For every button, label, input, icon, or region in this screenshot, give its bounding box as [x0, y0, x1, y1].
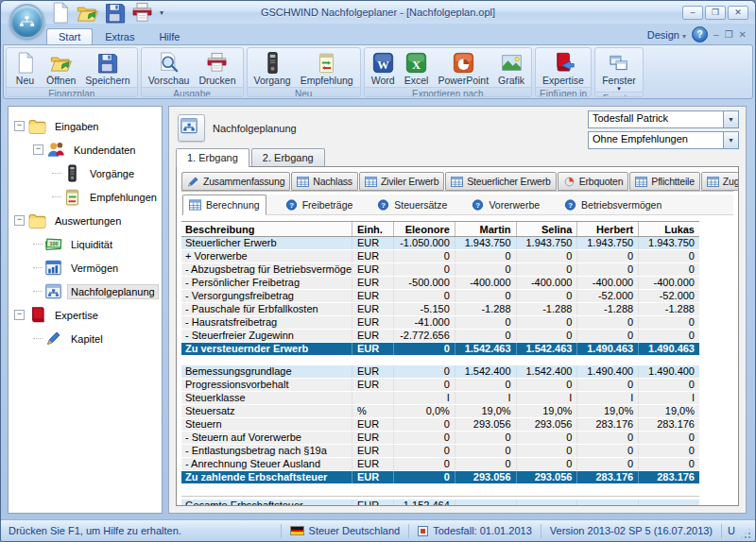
sidebar-item-eingaben[interactable]: −Eingaben: [10, 114, 160, 138]
new-document-icon[interactable]: [48, 1, 72, 25]
row-value: -500.000: [393, 277, 455, 289]
tree-expander-icon[interactable]: −: [33, 144, 43, 155]
subtab-berechnung[interactable]: Berechnung: [182, 195, 266, 215]
tree-expander-icon[interactable]: −: [14, 215, 25, 226]
vorschau-button[interactable]: Vorschau: [144, 49, 195, 86]
table-row-steuerlicher-erwerb[interactable]: Steuerlicher ErwerbEUR-1.050.0001.943.75…: [181, 237, 699, 250]
tab-extras[interactable]: Extras: [93, 28, 146, 44]
tab-start[interactable]: Start: [46, 28, 93, 44]
tab-nachlass[interactable]: Nachlass: [291, 172, 358, 191]
todesfall-combobox[interactable]: Todesfall Patrick ▼: [588, 110, 739, 128]
qat-customize-caret-icon[interactable]: ▾: [160, 8, 163, 17]
powerpoint-button[interactable]: PowerPoint: [433, 49, 493, 86]
sidebar-item-auswertungen[interactable]: −Auswertungen: [10, 209, 160, 232]
table-row-gesamte-erbschaftsteuer[interactable]: Gesamte ErbschaftsteuerEUR1.152.464: [181, 500, 699, 506]
sidebar-item-expertise[interactable]: −Expertise: [10, 303, 160, 327]
tab-pflichtteile[interactable]: Pflichtteile: [629, 172, 699, 191]
sidebar-item-vorg-nge[interactable]: Vorgänge: [10, 161, 160, 185]
table-row-steuern[interactable]: SteuernEUR0293.056293.056283.176283.176: [181, 418, 699, 432]
excel-button[interactable]: X Excel: [400, 49, 434, 86]
table-row-pauschale-f-r-erbfallkosten[interactable]: - Pauschale für ErbfallkostenEUR-5.150-1…: [181, 303, 699, 316]
sidebar-item-kundendaten[interactable]: −Kundendaten: [10, 138, 160, 161]
maximize-button[interactable]: ❐: [705, 6, 726, 20]
column-header-herbert[interactable]: Herbert: [576, 222, 638, 236]
row-value: I: [576, 392, 638, 404]
table-row-anrechnung-steuer-ausland[interactable]: - Anrechnung Steuer AuslandEUR00000: [181, 458, 699, 471]
row-unit: EUR: [352, 330, 393, 342]
tab-steuerlicher-erwerb[interactable]: Steuerlicher Erwerb: [445, 172, 556, 191]
table-row-zu-zahlende-erbschaftsteuer[interactable]: Zu zahlende ErbschaftsteuerEUR0293.05629…: [181, 471, 699, 484]
sidebar-item-liquidit-t[interactable]: 100Liquidität: [10, 232, 160, 256]
erbschaftsteuer-subtab-bar: Berechnung?Freibeträge?Steuersätze?Vorer…: [181, 195, 733, 215]
minimize-button[interactable]: –: [682, 6, 703, 20]
sidebar-item-empfehlungen[interactable]: Empfehlungen: [10, 185, 160, 209]
sidebar-item-kapitel[interactable]: Kapitel: [10, 327, 160, 350]
tab-1-erbgang[interactable]: 1. Erbgang: [176, 148, 249, 167]
fenster-button[interactable]: Fenster ▾: [597, 49, 641, 91]
table-row-entlastungsbetrag-nach-19a[interactable]: - Entlastungsbetrag nach §19aEUR00000: [181, 445, 699, 458]
save-icon[interactable]: [103, 1, 127, 25]
table-row-vorerwerbe[interactable]: + VorerwerbeEUR00000: [181, 250, 699, 263]
oeffnen-button[interactable]: Öffnen: [42, 49, 80, 86]
help-button[interactable]: ?: [692, 26, 708, 42]
print-icon[interactable]: [130, 1, 154, 25]
table-row-steuern-auf-vorerwerbe[interactable]: - Steuern auf VorerwerbeEUR00000: [181, 432, 699, 445]
tab-zugewinn[interactable]: Zugewinn: [701, 172, 739, 191]
tree-expander-icon[interactable]: −: [14, 310, 25, 320]
close-button[interactable]: ✕: [728, 6, 748, 20]
tree-expander-icon[interactable]: −: [14, 121, 25, 131]
column-header-martin[interactable]: Martin: [455, 222, 516, 236]
sidebar-item-verm-gen[interactable]: Vermögen: [10, 256, 160, 279]
column-header-eleonore[interactable]: Eleonore: [393, 222, 455, 236]
empfehlungen-combobox[interactable]: Ohne Empfehlungen ▼: [588, 131, 739, 149]
help-icon: ?: [377, 199, 389, 211]
subtab-betriebsverm-gen[interactable]: ?Betriebsvermögen: [558, 195, 667, 214]
drucken-button[interactable]: Drucken: [194, 49, 240, 86]
chevron-down-icon[interactable]: ▼: [723, 111, 738, 127]
expertise-button[interactable]: Expertise: [538, 49, 589, 86]
tab-label: Freibeträge: [302, 199, 353, 211]
chevron-down-icon[interactable]: ▼: [723, 132, 738, 148]
subtab-steuers-tze[interactable]: ?Steuersätze: [371, 195, 453, 214]
table-row-steuerfreier-zugewinn[interactable]: - Steuerfreier ZugewinnEUR-2.772.6560000: [181, 330, 699, 343]
tab-ziviler-erwerb[interactable]: Ziviler Erwerb: [359, 172, 444, 191]
table-row-abzugsbetrag-f-r-betriebsverm-gen[interactable]: - Abzugsbetrag für BetriebsvermögenEUR00…: [181, 263, 699, 277]
tab-2-erbgang[interactable]: 2. Erbgang: [251, 148, 325, 166]
grafik-button[interactable]: Grafik: [493, 49, 529, 86]
table-row-progressionsvorbehalt[interactable]: ProgressionsvorbehaltEUR00000: [181, 379, 699, 392]
word-button[interactable]: W Word: [367, 49, 400, 86]
resize-grip[interactable]: [741, 530, 752, 541]
table-row-hausratsfreibetrag[interactable]: - HausratsfreibetragEUR-41.0000000: [181, 316, 699, 330]
column-header-lukas[interactable]: Lukas: [638, 222, 699, 236]
table-row-versorgungsfreibetrag[interactable]: - VersorgungsfreibetragEUR000-52.000-52.…: [181, 290, 699, 303]
row-value: 0: [455, 250, 516, 263]
mdi-close-button[interactable]: ✕: [739, 28, 747, 42]
column-header-beschreibung[interactable]: Beschreibung: [181, 222, 352, 236]
subtab-vorerwerbe[interactable]: ?Vorerwerbe: [466, 195, 545, 214]
application-menu-button[interactable]: [9, 4, 44, 39]
subtab-freibetr-ge[interactable]: ?Freibeträge: [280, 195, 359, 214]
tab-hilfe[interactable]: Hilfe: [146, 28, 192, 44]
column-header-selina[interactable]: Selina: [516, 222, 577, 236]
sidebar-item-nachfolgeplanung[interactable]: Nachfolgeplanung: [10, 279, 160, 303]
mdi-minimize-button[interactable]: –: [713, 28, 719, 42]
help-icon: ?: [285, 199, 298, 211]
tab-zusammenfassung[interactable]: Zusammenfassung: [181, 172, 290, 191]
open-file-icon[interactable]: [76, 1, 99, 25]
table-row-steuersatz[interactable]: Steuersatz%0,0%19,0%19,0%19,0%19,0%: [181, 405, 699, 418]
tab-erbquoten[interactable]: Erbquoten: [558, 172, 629, 191]
table-row-steuerklasse[interactable]: SteuerklasseIIIII: [181, 392, 699, 405]
design-menu[interactable]: Design ▾: [647, 29, 686, 41]
table-row-zu-versteuernder-erwerb[interactable]: Zu versteuernder ErwerbEUR01.542.4631.54…: [181, 343, 699, 356]
table-row-bemessungsgrundlage[interactable]: BemessungsgrundlageEUR01.542.4001.542.40…: [181, 365, 699, 379]
help-icon: ?: [564, 199, 576, 211]
excel-icon: X: [404, 51, 428, 75]
speichern-button[interactable]: Speichern: [80, 49, 134, 86]
column-header-einh[interactable]: Einh.: [352, 222, 393, 236]
neu-button[interactable]: Neu: [9, 49, 42, 86]
row-label: Bemessungsgrundlage: [181, 365, 352, 378]
mdi-restore-button[interactable]: ❐: [725, 28, 733, 42]
table-row-pers-nlicher-freibetrag[interactable]: - Persönlicher FreibetragEUR-500.000-400…: [181, 277, 699, 290]
empfehlung-button[interactable]: Empfehlung: [296, 49, 358, 86]
vorgang-button[interactable]: Vorgang: [249, 49, 296, 86]
